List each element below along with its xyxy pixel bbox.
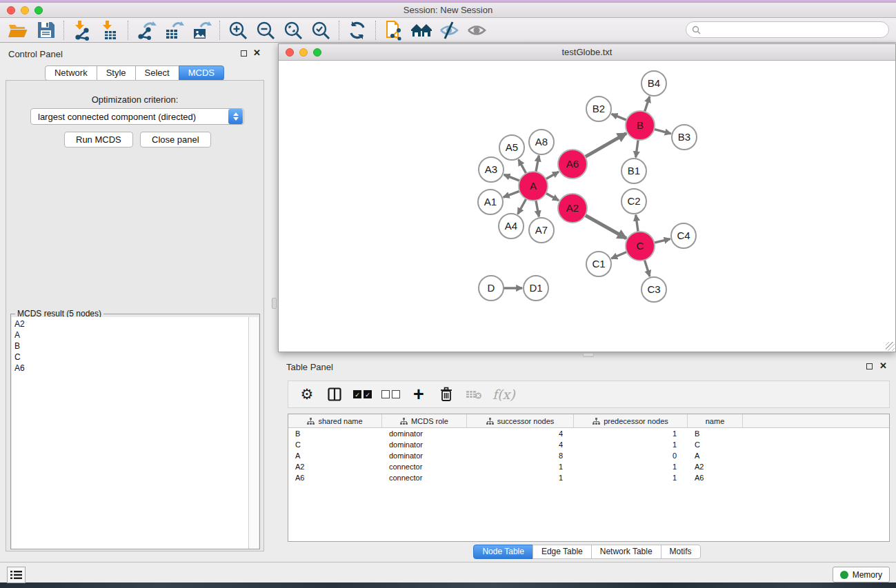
show-columns-button[interactable] [326,384,344,405]
result-scrollbar[interactable] [248,317,259,549]
graph-node-C4[interactable]: C4 [671,223,696,248]
task-history-button[interactable] [7,567,26,583]
table-settings-button[interactable]: ⚙ [298,384,316,405]
tab-motifs[interactable]: Motifs [661,545,701,559]
function-builder-button[interactable]: f(x) [492,384,515,405]
run-mcds-button[interactable]: Run MCDS [64,132,133,148]
graph-edge-A-A3[interactable] [504,174,521,181]
column-header-predecessor-nodes[interactable]: predecessor nodes [574,414,688,428]
close-panel-icon[interactable]: ✕ [253,50,261,56]
save-session-button[interactable] [32,19,59,41]
close-panel-button[interactable]: Close panel [140,132,211,148]
new-network-from-file-button[interactable] [380,19,408,41]
zoom-out-button[interactable] [252,19,279,41]
apply-layout-button[interactable] [344,19,371,41]
tab-select[interactable]: Select [135,65,179,81]
graph-edge-A-A1[interactable] [504,191,520,197]
graph-node-B2[interactable]: B2 [586,97,611,121]
tab-style[interactable]: Style [97,65,136,81]
graph-node-D1[interactable]: D1 [524,276,548,301]
delete-column-button[interactable] [437,384,455,405]
tab-network[interactable]: Network [45,65,97,81]
graph-edge-A-A4[interactable] [518,199,527,214]
network-canvas[interactable]: B4B2BB3A5A8A6A3B1AA1C2A2A4A7C4CC1C3DD1 [279,61,895,352]
graph-edge-B-B1[interactable] [636,139,639,157]
graph-edge-A-A5[interactable] [519,159,527,174]
column-header-successor-nodes[interactable]: successor nodes [467,414,574,428]
graph-node-A3[interactable]: A3 [479,157,504,182]
open-file-button[interactable] [4,19,32,41]
graph-edge-A2-C[interactable] [584,215,626,239]
graph-node-C[interactable]: C [626,232,655,261]
graph-node-A7[interactable]: A7 [529,218,554,243]
result-item[interactable]: A [14,330,246,341]
graph-node-A6[interactable]: A6 [558,150,587,179]
graph-edge-C-C2[interactable] [636,215,639,232]
graph-node-C3[interactable]: C3 [641,277,666,302]
table-row[interactable]: Adominator80A [288,450,889,461]
result-item[interactable]: A2 [14,318,246,330]
graph-node-B[interactable]: B [626,111,655,140]
column-header-shared-name[interactable]: shared name [288,414,382,428]
tab-node-table[interactable]: Node Table [473,545,533,559]
zoom-in-button[interactable] [224,19,252,41]
hide-graphics-details-button[interactable] [435,19,463,41]
create-column-button[interactable]: + [410,384,428,405]
graph-node-B3[interactable]: B3 [672,125,697,150]
graph-edge-A6-B[interactable] [584,133,626,157]
graph-node-D[interactable]: D [479,276,504,301]
search-input[interactable] [704,25,883,34]
memory-button[interactable]: Memory [833,567,890,582]
float-table-panel-icon[interactable] [866,363,873,369]
graph-edge-B-B2[interactable] [612,114,628,120]
column-header-name[interactable]: name [688,414,743,428]
graph-edge-C-C4[interactable] [653,239,670,243]
zoom-selected-button[interactable] [307,19,335,41]
export-network-button[interactable] [132,19,160,41]
close-table-panel-icon[interactable]: ✕ [879,363,887,369]
optimization-criterion-select[interactable]: largest connected component (directed) [30,108,244,125]
graph-node-A8[interactable]: A8 [529,130,554,154]
tab-network-table[interactable]: Network Table [591,545,661,559]
import-network-button[interactable] [68,19,96,41]
window-resize-grip[interactable] [886,342,895,351]
tab-mcds[interactable]: MCDS [179,65,224,81]
table-row[interactable]: A6connector11A6 [288,472,889,483]
graph-node-A4[interactable]: A4 [499,214,524,239]
table-row[interactable]: Cdominator41C [288,439,889,450]
zoom-fit-button[interactable] [279,19,307,41]
column-header-MCDS-role[interactable]: MCDS role [382,414,467,428]
split-divider-handle[interactable] [583,353,594,357]
graph-edge-A-A8[interactable] [536,156,539,173]
select-all-columns-button[interactable]: ✓ ✓ [353,384,372,405]
graph-node-A[interactable]: A [519,172,548,201]
graph-edge-B-B4[interactable] [644,97,650,112]
show-graphics-details-button[interactable] [463,19,490,41]
float-panel-icon[interactable] [241,50,247,57]
home-view-button[interactable] [408,19,435,41]
unselect-all-columns-button[interactable] [381,384,400,405]
graph-edge-A-A7[interactable] [536,200,539,217]
graph-node-A1[interactable]: A1 [478,190,503,214]
import-table-button[interactable] [96,19,123,41]
result-item[interactable]: B [14,341,246,352]
split-divider-handle[interactable] [272,298,277,309]
graph-node-B4[interactable]: B4 [641,71,666,96]
graph-node-A2[interactable]: A2 [558,194,587,223]
export-image-button[interactable] [188,19,215,41]
graph-edge-A-A2[interactable] [545,193,559,201]
table-row[interactable]: A2connector11A2 [288,461,889,472]
tab-edge-table[interactable]: Edge Table [532,545,592,559]
graph-node-A5[interactable]: A5 [499,135,524,160]
result-item[interactable]: A6 [14,363,246,374]
graph-node-B1[interactable]: B1 [621,159,646,183]
table-row[interactable]: Bdominator41B [288,428,889,439]
delete-table-button[interactable] [465,384,483,405]
graph-edge-C-C1[interactable] [611,252,627,258]
export-table-button[interactable] [160,19,188,41]
graph-edge-B-B3[interactable] [653,129,670,134]
graph-edge-A-A6[interactable] [545,172,559,179]
graph-node-C1[interactable]: C1 [586,252,611,276]
graph-node-C2[interactable]: C2 [621,189,646,214]
search-field[interactable] [686,21,889,38]
